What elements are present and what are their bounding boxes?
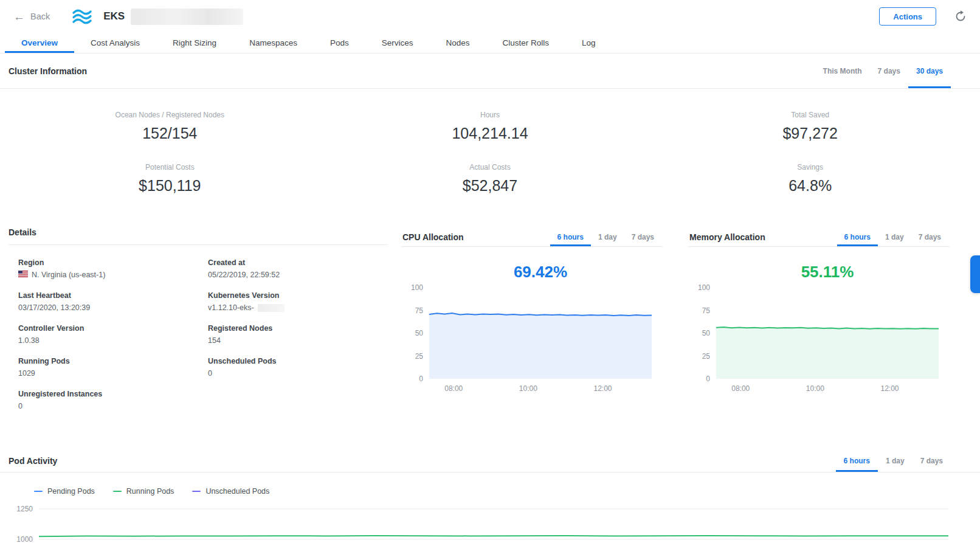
tab-nodes[interactable]: Nodes [429, 33, 486, 53]
cpu-allocation-chart: 100755025008:0010:0012:00 [401, 284, 663, 397]
tab-cluster-rolls[interactable]: Cluster Rolls [486, 33, 566, 53]
unscheduled-pods-swatch [192, 491, 201, 492]
field-registered-nodes: Registered Nodes 154 [208, 324, 388, 345]
top-bar: ← Back EKS Actions [0, 0, 980, 33]
cpu-range-1-day[interactable]: 1 day [591, 227, 624, 246]
tab-right-sizing[interactable]: Right Sizing [156, 33, 233, 53]
stat-potential-costs: Potential Costs $150,119 [10, 163, 330, 195]
memory-range-tabs: 6 hours 1 day 7 days [837, 227, 948, 246]
legend-pending-pods: Pending Pods [34, 487, 95, 496]
svg-text:25: 25 [415, 352, 424, 361]
svg-text:12:00: 12:00 [593, 384, 612, 393]
svg-text:10:00: 10:00 [519, 384, 537, 393]
ocean-cluster-overview-page: ← Back EKS Actions Overview Cost Analysi… [0, 0, 980, 543]
tab-namespaces[interactable]: Namespaces [233, 33, 314, 53]
pending-pods-swatch [34, 491, 43, 492]
svg-text:0: 0 [706, 375, 710, 383]
svg-text:75: 75 [415, 306, 424, 315]
svg-text:08:00: 08:00 [731, 384, 750, 393]
field-kubernetes-version: Kubernetes Version v1.12.10-eks- [208, 291, 388, 312]
field-unscheduled-pods: Unscheduled Pods 0 [208, 357, 388, 378]
legend-unscheduled-pods: Unscheduled Pods [192, 487, 269, 496]
tab-cost-analysis[interactable]: Cost Analysis [74, 33, 156, 53]
running-pods-swatch [113, 491, 122, 492]
cluster-info-range-tabs: This Month 7 days 30 days [815, 54, 951, 88]
svg-text:100: 100 [411, 284, 423, 292]
pod-activity-range-tabs: 6 hours 1 day 7 days [836, 449, 951, 472]
page-title: EKS [103, 10, 125, 22]
pod-activity-chart: 12501000 [0, 503, 980, 543]
memory-allocation-title: Memory Allocation [689, 227, 765, 246]
stat-ocean-nodes: Ocean Nodes / Registered Nodes 152/154 [10, 111, 330, 142]
redacted-version-suffix [258, 304, 285, 312]
tab-log[interactable]: Log [565, 33, 612, 53]
range-7-days[interactable]: 7 days [870, 54, 908, 88]
legend-running-pods: Running Pods [113, 487, 174, 496]
pod-range-7-days[interactable]: 7 days [913, 449, 951, 472]
cpu-allocation-title: CPU Allocation [402, 227, 464, 246]
tab-pods[interactable]: Pods [314, 33, 365, 53]
memory-allocation-panel: Memory Allocation 6 hours 1 day 7 days 5… [688, 227, 950, 423]
svg-text:0: 0 [419, 375, 423, 383]
memory-allocation-percent: 55.11% [716, 263, 939, 282]
actions-button[interactable]: Actions [879, 7, 936, 26]
cpu-range-7-days[interactable]: 7 days [624, 227, 661, 246]
back-button[interactable]: ← Back [13, 11, 50, 22]
memory-range-6-hours[interactable]: 6 hours [837, 227, 878, 246]
range-30-days[interactable]: 30 days [908, 54, 951, 88]
spot-ocean-logo-icon [72, 9, 92, 25]
tab-overview[interactable]: Overview [5, 33, 74, 53]
memory-range-1-day[interactable]: 1 day [878, 227, 911, 246]
cpu-allocation-header: CPU Allocation 6 hours 1 day 7 days [401, 227, 663, 247]
range-this-month[interactable]: This Month [815, 54, 870, 88]
help-edge-tab[interactable] [970, 255, 980, 293]
svg-text:25: 25 [702, 352, 711, 361]
field-unregistered-instances: Unregistered Instances 0 [18, 390, 208, 410]
svg-text:50: 50 [702, 329, 711, 337]
memory-allocation-header: Memory Allocation 6 hours 1 day 7 days [688, 227, 950, 247]
details-and-allocation-row: Details Region [0, 227, 980, 423]
svg-text:10:00: 10:00 [806, 384, 824, 393]
details-panel: Details Region [9, 227, 388, 423]
svg-text:08:00: 08:00 [444, 384, 463, 393]
svg-text:12:00: 12:00 [880, 384, 899, 393]
pod-activity-section: Pod Activity 6 hours 1 day 7 days Pendin… [0, 449, 980, 543]
details-column-1: Region N. Virg [18, 258, 208, 423]
cpu-range-6-hours[interactable]: 6 hours [550, 227, 591, 246]
cluster-stats-grid: Ocean Nodes / Registered Nodes 152/154 H… [0, 89, 980, 195]
field-last-heartbeat: Last Heartbeat 03/17/2020, 13:20:39 [18, 291, 208, 312]
tab-services[interactable]: Services [365, 33, 430, 53]
stat-hours: Hours 104,214.14 [330, 111, 650, 142]
main-tab-bar: Overview Cost Analysis Right Sizing Name… [0, 33, 980, 54]
pod-activity-legend: Pending Pods Running Pods Unscheduled Po… [0, 472, 980, 496]
redacted-cluster-name [131, 9, 243, 25]
cluster-information-header: Cluster Information This Month 7 days 30… [0, 54, 980, 89]
pod-range-1-day[interactable]: 1 day [878, 449, 913, 472]
pod-range-6-hours[interactable]: 6 hours [836, 449, 878, 472]
pod-activity-title: Pod Activity [9, 449, 57, 472]
field-controller-version: Controller Version 1.0.38 [18, 324, 208, 345]
svg-text:1250: 1250 [16, 505, 33, 513]
cpu-range-tabs: 6 hours 1 day 7 days [550, 227, 661, 246]
cluster-information-title: Cluster Information [9, 54, 87, 88]
back-arrow-icon: ← [13, 11, 25, 22]
memory-range-7-days[interactable]: 7 days [911, 227, 948, 246]
details-columns: Region N. Virg [9, 245, 388, 423]
svg-text:75: 75 [702, 306, 711, 315]
stat-total-saved: Total Saved $97,272 [650, 111, 970, 142]
us-flag-icon [18, 271, 28, 279]
details-column-2: Created at 05/22/2019, 22:59:52 Kubernet… [208, 258, 388, 423]
back-label: Back [30, 12, 50, 21]
cpu-allocation-panel: CPU Allocation 6 hours 1 day 7 days 69.4… [401, 227, 663, 423]
refresh-icon[interactable] [954, 10, 967, 22]
memory-allocation-chart: 100755025008:0010:0012:00 [688, 284, 950, 397]
field-region: Region N. Virg [18, 258, 208, 279]
svg-text:1000: 1000 [16, 535, 33, 543]
stat-actual-costs: Actual Costs $52,847 [330, 163, 650, 195]
svg-text:50: 50 [415, 329, 424, 337]
field-running-pods: Running Pods 1029 [18, 357, 208, 378]
cpu-allocation-percent: 69.42% [429, 263, 652, 282]
stat-savings: Savings 64.8% [650, 163, 970, 195]
svg-text:100: 100 [698, 284, 710, 292]
field-created-at: Created at 05/22/2019, 22:59:52 [208, 258, 388, 279]
